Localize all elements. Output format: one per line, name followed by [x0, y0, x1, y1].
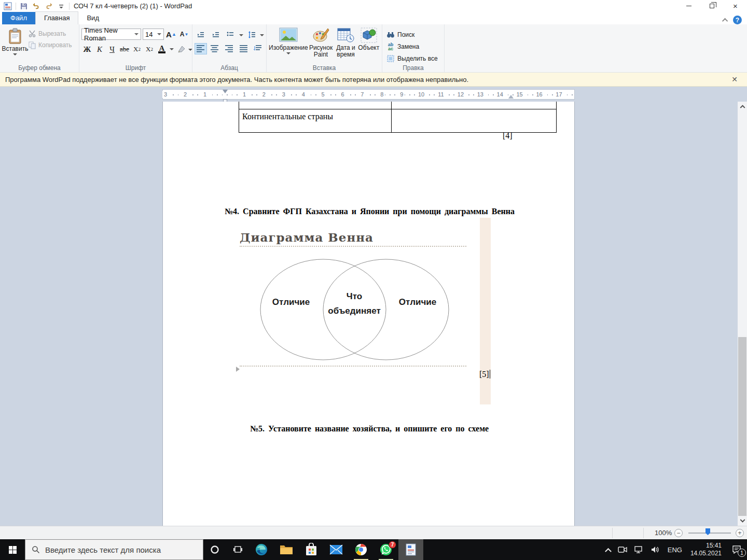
ruler[interactable]: 3211234567891011121314151617	[162, 89, 575, 100]
task-view-button[interactable]	[226, 539, 249, 560]
mail-icon	[329, 544, 343, 555]
tray-expand-button[interactable]	[602, 539, 614, 560]
line-spacing-dropdown-icon[interactable]	[260, 34, 264, 36]
document-area: Континентальные страны [4] №4. Сравните …	[0, 102, 747, 526]
wordpad-app-icon	[3, 2, 12, 11]
superscript-button[interactable]: X2	[144, 44, 155, 55]
score-4: [4]	[503, 131, 513, 141]
copy-icon	[28, 41, 36, 49]
replace-icon: ab ac	[386, 43, 395, 51]
find-button[interactable]: Поиск	[386, 31, 442, 39]
notification-badge: 1	[738, 549, 746, 557]
underline-button[interactable]: Ч	[106, 44, 118, 55]
taskbar-search-box[interactable]: Введите здесь текст для поиска	[25, 539, 203, 560]
close-button[interactable]: ×	[724, 0, 747, 12]
taskbar-app-mail[interactable]	[324, 539, 349, 560]
right-indent-marker[interactable]	[508, 95, 514, 99]
paste-dropdown-icon[interactable]	[13, 53, 17, 55]
select-all-button[interactable]: Выделить все	[386, 54, 442, 63]
paste-button[interactable]: Вставить	[2, 26, 28, 64]
font-color-dropdown-icon[interactable]	[170, 48, 174, 50]
paint-drawing-button[interactable]: РисунокPaint	[308, 26, 334, 64]
align-right-button[interactable]	[223, 43, 236, 54]
divider	[16, 3, 16, 10]
paragraph-dialog-button[interactable]	[252, 43, 264, 54]
highlight-button[interactable]	[176, 44, 187, 55]
replace-button[interactable]: ab ac Замена	[386, 43, 442, 51]
start-button[interactable]	[0, 539, 25, 560]
date-time-button[interactable]: Дата ивремя	[334, 26, 357, 64]
taskbar-clock[interactable]: 15:41 14.05.2021	[686, 542, 726, 557]
copy-button[interactable]: Копировать	[28, 41, 72, 49]
restore-button[interactable]	[700, 0, 724, 12]
align-center-button[interactable]	[209, 43, 222, 54]
zoom-in-button[interactable]: +	[736, 529, 744, 537]
qat-customize-dropdown[interactable]	[57, 2, 66, 11]
shrink-font-button[interactable]: A▼	[178, 29, 190, 40]
meet-now-button[interactable]	[614, 539, 631, 560]
scrollbar-thumb[interactable]	[738, 337, 746, 516]
minimize-button[interactable]	[677, 0, 700, 12]
vertical-scrollbar[interactable]	[738, 102, 747, 526]
highlight-dropdown-icon[interactable]	[188, 49, 192, 51]
zoom-slider-thumb[interactable]	[706, 528, 710, 535]
list-button[interactable]	[224, 29, 237, 40]
line-spacing-button[interactable]	[245, 29, 258, 40]
undo-button[interactable]	[32, 2, 41, 11]
question4-heading: №4. Сравните ФГП Казахстана и Японии при…	[225, 207, 515, 216]
redo-button[interactable]	[44, 2, 53, 11]
chevron-up-icon	[605, 548, 612, 554]
window-controls: ×	[677, 0, 747, 12]
font-color-button[interactable]: A	[156, 44, 168, 55]
insert-object-button[interactable]: Объект	[358, 26, 380, 64]
warning-close-icon[interactable]: ✕	[731, 75, 742, 83]
save-button[interactable]	[19, 2, 29, 11]
increase-indent-button[interactable]	[210, 29, 223, 40]
tab-home[interactable]: Главная	[35, 11, 78, 24]
first-line-indent-marker[interactable]	[223, 90, 228, 93]
scroll-down-button[interactable]	[738, 517, 747, 526]
font-size-combo[interactable]: 14	[143, 29, 164, 40]
italic-button[interactable]: К	[94, 44, 105, 55]
calendar-clock-icon	[337, 27, 354, 43]
ruler-number: 7	[359, 91, 365, 98]
help-icon[interactable]: ?	[733, 16, 742, 24]
taskbar-app-chrome[interactable]	[349, 539, 374, 560]
ruler-number: 1	[241, 91, 247, 98]
zoom-out-button[interactable]: −	[674, 529, 683, 537]
grow-font-button[interactable]: A▲	[165, 29, 177, 40]
document-page[interactable]: Континентальные страны [4] №4. Сравните …	[162, 102, 575, 526]
list-dropdown-icon[interactable]	[239, 34, 243, 36]
decrease-indent-button[interactable]	[195, 29, 208, 40]
speaker-icon	[651, 546, 660, 553]
taskbar-app-explorer[interactable]	[274, 539, 299, 560]
subscript-button[interactable]: X2	[131, 44, 143, 55]
ruler-number: 14	[495, 91, 505, 98]
tab-file[interactable]: Файл	[2, 12, 35, 24]
justify-button[interactable]	[238, 43, 250, 54]
network-button[interactable]	[631, 539, 647, 560]
align-left-button[interactable]	[195, 43, 207, 54]
taskbar-app-whatsapp[interactable]: 7	[374, 539, 398, 560]
language-indicator[interactable]: ENG	[664, 539, 686, 560]
strikethrough-button[interactable]: abe	[119, 44, 130, 55]
binoculars-icon	[386, 31, 395, 39]
collapse-ribbon-icon[interactable]	[722, 18, 728, 23]
taskbar-app-store[interactable]	[299, 539, 324, 560]
insert-image-dropdown-icon[interactable]	[286, 52, 290, 54]
bold-button[interactable]: Ж	[81, 44, 93, 55]
taskbar-app-edge[interactable]	[249, 539, 274, 560]
insert-image-button[interactable]: Изображение	[269, 26, 308, 64]
ruler-number: 10	[417, 91, 426, 98]
volume-button[interactable]	[647, 539, 664, 560]
font-family-combo[interactable]: Times New Roman	[81, 29, 141, 40]
taskbar-app-wordpad[interactable]	[398, 539, 423, 560]
scroll-up-button[interactable]	[738, 102, 747, 110]
tab-view[interactable]: Вид	[78, 12, 107, 24]
search-icon	[32, 545, 40, 554]
cut-button[interactable]: Вырезать	[28, 30, 72, 38]
ruler-number: 15	[515, 91, 524, 98]
notification-center-button[interactable]: 1	[726, 539, 747, 560]
cortana-button[interactable]	[203, 539, 226, 560]
venn-left-label: Отличие	[269, 297, 313, 307]
